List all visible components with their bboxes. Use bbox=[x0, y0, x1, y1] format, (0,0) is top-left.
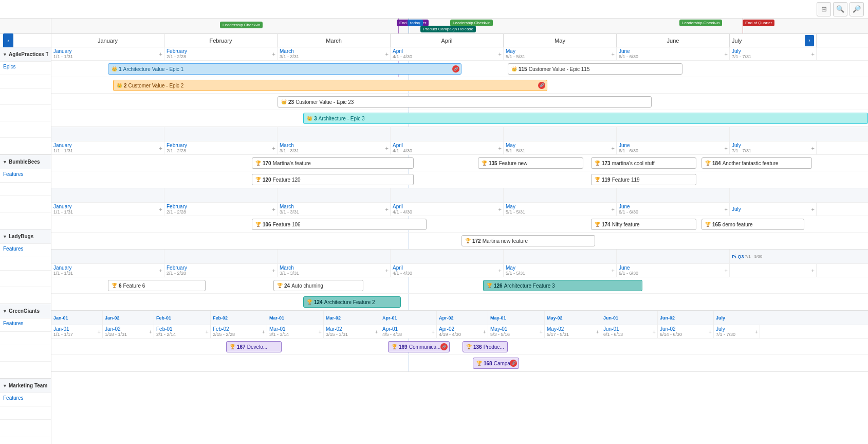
bar-epic-115[interactable]: 👑 115 Customer Value - Epic 115 bbox=[508, 63, 682, 75]
bar-feat-120[interactable]: 🏆 120 Feature 120 bbox=[252, 174, 414, 185]
add-may-agile[interactable]: + bbox=[612, 51, 615, 57]
add-jul-lady[interactable]: + bbox=[811, 206, 815, 212]
bar-epic-23[interactable]: 👑 23 Customer Value - Epic 23 bbox=[278, 96, 652, 108]
bar-feat-24[interactable]: 🏆 24 Auto churning bbox=[273, 280, 363, 291]
date-hdr-jul-lady: July+ bbox=[730, 203, 817, 216]
bar-feat-167[interactable]: 🏆 167 Develo... bbox=[226, 341, 282, 352]
add-may-bumble[interactable]: + bbox=[612, 145, 615, 151]
add-mar-agile[interactable]: + bbox=[385, 51, 389, 57]
date-hdr-may-green: May5/1 - 5/31+ bbox=[504, 264, 617, 277]
date-hdr-may-bumble: May5/1 - 5/31 + bbox=[504, 141, 617, 154]
bar-feat-170[interactable]: 🏆 170 Martina's feature bbox=[252, 157, 414, 169]
zoom-in-button[interactable]: 🔍 bbox=[833, 2, 847, 16]
bar-epic-23-icon: 👑 bbox=[281, 99, 287, 104]
bar-feat-6[interactable]: 🏆 6 Feature 6 bbox=[108, 280, 206, 291]
bar-feat-136[interactable]: 🏆 136 Produc... bbox=[463, 341, 508, 352]
add-apr-lady[interactable]: + bbox=[498, 206, 502, 212]
greengiants-date-header: January1/1 - 1/31+ February2/1 - 2/28+ M… bbox=[51, 264, 868, 277]
collapse-marketing-icon[interactable]: ▼ bbox=[3, 383, 7, 388]
add-mar-bumble[interactable]: + bbox=[385, 145, 389, 151]
month-header-jun: June bbox=[617, 34, 730, 47]
bar-feat-126[interactable]: 🏆 126 Architecture Feature 3 bbox=[483, 280, 642, 291]
bar-feat-170-title: Martina's feature bbox=[273, 161, 311, 166]
bar-feat-174[interactable]: 🏆 174 Nifty feature bbox=[591, 219, 696, 230]
bumblebees-subtype-label[interactable]: Features bbox=[3, 171, 23, 177]
collapse-agilepractices-icon[interactable]: ▼ bbox=[3, 52, 7, 57]
add-feb-agile[interactable]: + bbox=[272, 51, 275, 57]
bar-feat-124[interactable]: 🏆 124 Architecture Feature 2 bbox=[303, 296, 401, 308]
nav-left-button[interactable]: ‹ bbox=[3, 33, 13, 48]
add-jan-lady[interactable]: + bbox=[159, 206, 162, 212]
add-mar-green[interactable]: + bbox=[385, 268, 389, 274]
agilepractices-team-label: AgilePractices T... bbox=[9, 51, 48, 57]
add-may-lady[interactable]: + bbox=[612, 206, 615, 212]
add-apr-bumble[interactable]: + bbox=[498, 145, 502, 151]
body-scroll[interactable]: January 1/1 - 1/31 + February 2/1 - 2/28… bbox=[51, 47, 868, 444]
add-jun-agile[interactable]: + bbox=[725, 51, 728, 57]
bar-feat-168[interactable]: 🏆 168 Campa... 🔗 bbox=[473, 358, 519, 369]
marketing-subtype-label[interactable]: Features bbox=[3, 395, 23, 401]
add-feb-bumble[interactable]: + bbox=[272, 145, 275, 151]
bar-feat-169-icon: 🏆 bbox=[392, 344, 397, 349]
add-apr-agile[interactable]: + bbox=[498, 51, 502, 57]
bar-epic-115-title: Customer Value - Epic 115 bbox=[529, 66, 590, 72]
add-jun-bumble[interactable]: + bbox=[725, 145, 728, 151]
bar-epic-1-link[interactable]: 🔗 bbox=[452, 65, 459, 73]
bumble-row-1: 🏆 120 Feature 120 🏆 119 Feature 119 bbox=[51, 171, 868, 188]
lady-row-1: 🏆 172 Martina new feature bbox=[51, 233, 868, 249]
collapse-bumblebees-icon[interactable]: ▼ bbox=[3, 159, 7, 165]
date-hdr-may01-mkt: May-015/3 - 5/16+ bbox=[488, 325, 545, 338]
add-jun-lady[interactable]: + bbox=[725, 206, 728, 212]
nav-right-button[interactable]: › bbox=[805, 35, 814, 46]
bar-feat-135[interactable]: 🏆 135 Feature new bbox=[478, 157, 583, 169]
bar-feat-170-id: 170 bbox=[263, 161, 271, 166]
bar-feat-184[interactable]: 🏆 184 Another fantastic feature bbox=[701, 157, 812, 169]
date-hdr-feb01-mkt: Feb-012/1 - 2/14+ bbox=[154, 325, 211, 338]
bar-epic-3[interactable]: 👑 3 Architecture - Epic 3 bbox=[303, 113, 868, 124]
date-hdr-mar-lady: March3/1 - 3/31+ bbox=[278, 203, 391, 216]
add-jun-green[interactable]: + bbox=[725, 268, 728, 274]
bar-feat-169-link[interactable]: 🔗 bbox=[440, 343, 448, 350]
add-feb-lady[interactable]: + bbox=[272, 206, 275, 212]
add-jan-green[interactable]: + bbox=[159, 268, 162, 274]
marketing-header: Jan-01 Jan-02 Feb-01 Feb-02 Mar-01 Mar-0… bbox=[51, 311, 868, 325]
bar-feat-106[interactable]: 🏆 106 Feature 106 bbox=[252, 219, 427, 230]
date-hdr-feb-agile: February 2/1 - 2/28 + bbox=[164, 47, 278, 60]
add-jul-bumble[interactable]: + bbox=[811, 145, 815, 151]
add-feb-green[interactable]: + bbox=[272, 268, 275, 274]
bar-feat-168-link[interactable]: 🔗 bbox=[510, 360, 517, 367]
ladybugs-subtype-label[interactable]: Features bbox=[3, 246, 23, 252]
greengiants-subtype-label[interactable]: Features bbox=[3, 321, 23, 326]
bar-feat-165[interactable]: 🏆 165 demo feature bbox=[701, 219, 804, 230]
team-group-ladybugs: January1/1 - 1/31+ February2/1 - 2/28+ M… bbox=[51, 188, 868, 250]
add-jan-bumble[interactable]: + bbox=[159, 145, 162, 151]
date-hdr-apr-agile: April 4/1 - 4/30 + bbox=[391, 47, 504, 60]
bar-feat-119[interactable]: 🏆 119 Feature 119 bbox=[591, 174, 696, 185]
bar-feat-184-icon: 🏆 bbox=[705, 161, 711, 166]
bar-feat-173-icon: 🏆 bbox=[595, 161, 600, 166]
bar-feat-169[interactable]: 🏆 169 Communica... 🔗 bbox=[388, 341, 450, 352]
add-may-green[interactable]: + bbox=[612, 268, 615, 274]
bar-feat-169-id: 169 bbox=[399, 344, 408, 350]
zoom-out-button[interactable]: 🔎 bbox=[849, 2, 864, 16]
bar-feat-106-id: 106 bbox=[263, 222, 271, 227]
collapse-greengiants-icon[interactable]: ▼ bbox=[3, 309, 7, 314]
bar-epic-1[interactable]: 👑 1 Architecture Value - Epic 1 🔗 bbox=[108, 63, 461, 75]
date-hdr-apr-lady: April4/1 - 4/30+ bbox=[391, 203, 504, 216]
date-hdr-jun02-mkt: Jun-026/14 - 6/30+ bbox=[658, 325, 714, 338]
add-jan-agile[interactable]: + bbox=[159, 51, 162, 57]
grid-view-button[interactable]: ⊞ bbox=[817, 2, 831, 16]
bar-epic-2[interactable]: 👑 2 Customer Value - Epic 2 🔗 bbox=[113, 80, 547, 91]
agilepractices-subtype-label[interactable]: Epics bbox=[3, 64, 15, 69]
bar-feat-173[interactable]: 🏆 173 martina's cool stuff bbox=[591, 157, 696, 169]
add-jul-agile[interactable]: + bbox=[811, 51, 815, 57]
add-jul-green[interactable]: + bbox=[811, 268, 815, 274]
bar-feat-135-icon: 🏆 bbox=[482, 161, 487, 166]
add-apr-green[interactable]: + bbox=[498, 268, 502, 274]
team-group-marketing: Jan-01 Jan-02 Feb-01 Feb-02 Mar-01 Mar-0… bbox=[51, 311, 868, 372]
bar-epic-2-link[interactable]: 🔗 bbox=[538, 82, 545, 89]
bar-feat-172[interactable]: 🏆 172 Martina new feature bbox=[461, 235, 595, 246]
date-hdr-jun-agile: June 6/1 - 6/30 + bbox=[617, 47, 730, 60]
add-mar-lady[interactable]: + bbox=[385, 206, 389, 212]
collapse-ladybugs-icon[interactable]: ▼ bbox=[3, 234, 7, 239]
